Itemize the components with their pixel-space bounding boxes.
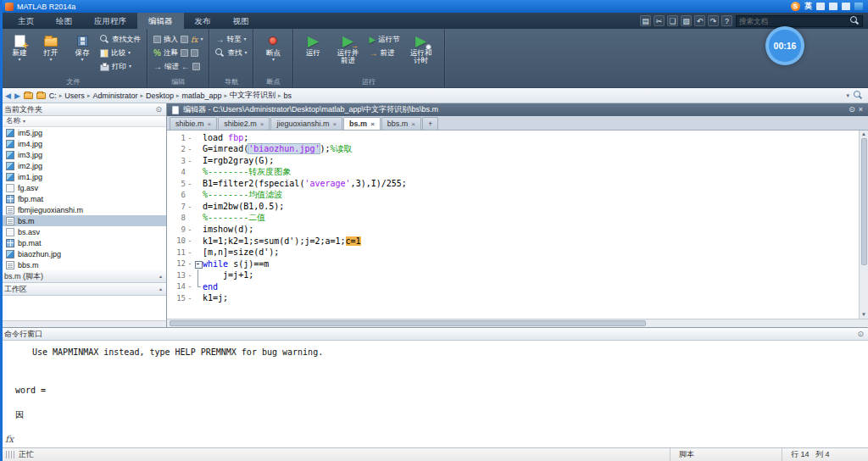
handwriting-icon[interactable] <box>816 3 825 10</box>
file-row[interactable]: bp.mat <box>0 237 166 248</box>
run-and-advance-button[interactable]: ▶→ 运行并前进 <box>331 31 364 76</box>
breakpoint-dash[interactable]: - <box>186 225 194 234</box>
title-bar[interactable]: MATLAB R2014a S 英 <box>0 0 868 13</box>
copy-icon[interactable]: ❏ <box>667 15 678 26</box>
left-panel-scrollbar[interactable] <box>0 320 166 327</box>
insert-button[interactable]: 插入 fx ▾ <box>153 33 203 46</box>
code-text[interactable]: %--------转灰度图象 <box>203 166 291 178</box>
find-files-button[interactable]: 查找文件 <box>100 33 141 46</box>
file-row[interactable]: fbp.mat <box>0 193 166 204</box>
run-button[interactable]: ▶ 运行 <box>299 31 326 76</box>
code-editor[interactable]: 1-load fbp;2-G=imread('biaozhun.jpg');%读… <box>167 131 859 319</box>
tab-close-icon[interactable]: × <box>370 120 375 128</box>
line-number[interactable]: 5 <box>167 180 186 188</box>
scroll-down-ic icon[interactable]: ▼ <box>861 312 866 318</box>
chevron-down-icon[interactable]: ▾ <box>846 93 849 97</box>
line-number[interactable]: 12 <box>167 259 186 268</box>
collapse-icon[interactable]: ▴ <box>159 275 162 279</box>
search-icon[interactable] <box>850 16 860 25</box>
outdent-icon[interactable]: ← <box>181 63 190 71</box>
breakpoint-dash[interactable]: - <box>186 134 194 142</box>
indent-button[interactable]: → 缩进 ← <box>153 60 203 73</box>
compare-button[interactable]: 比较 ▾ <box>100 47 141 59</box>
line-number[interactable]: 3 <box>167 157 186 165</box>
cut-icon[interactable]: ✂ <box>654 15 665 26</box>
code-line[interactable]: 1-load fbp; <box>167 132 859 144</box>
tab-close-icon[interactable]: × <box>260 120 264 128</box>
line-number[interactable]: 13 <box>167 271 186 280</box>
mic-icon[interactable] <box>829 3 837 10</box>
back-button[interactable]: ◀ <box>5 92 11 100</box>
up-folder-icon[interactable] <box>24 92 33 99</box>
scrollbar-thumb[interactable] <box>861 138 867 265</box>
file-row[interactable]: bs.m <box>0 215 166 226</box>
breadcrumb-segment[interactable]: 中文字符识别 <box>230 90 275 101</box>
breakpoint-dash[interactable]: - <box>186 271 194 280</box>
code-line[interactable]: 8%--------二值 <box>167 213 859 225</box>
tab-close-icon[interactable]: × <box>332 120 337 128</box>
tab-plots[interactable]: 绘图 <box>45 13 83 29</box>
insert-cell-icon[interactable] <box>181 36 188 43</box>
horizontal-scrollbar[interactable] <box>167 319 868 327</box>
breakpoint-dash[interactable]: - <box>186 157 194 165</box>
code-text[interactable]: [m,n]=size(d'); <box>203 247 279 257</box>
vertical-scrollbar[interactable]: ▲ ▼ <box>859 131 868 319</box>
new-tab-button[interactable]: + <box>422 117 438 130</box>
line-number[interactable]: 2 <box>167 145 186 153</box>
file-row[interactable]: im3.jpg <box>0 149 166 160</box>
code-line[interactable]: 7-d=im2bw(B1,0.5); <box>167 201 859 213</box>
code-text[interactable]: d=im2bw(B1,0.5); <box>203 202 284 211</box>
tab-publish[interactable]: 发布 <box>184 13 222 29</box>
editor-tab[interactable]: shibie2.m× <box>218 117 270 130</box>
name-column-header[interactable]: 名称 ▾ <box>0 116 166 127</box>
wrap-comment-icon[interactable] <box>191 49 198 57</box>
breadcrumb-segment[interactable]: Desktop <box>146 92 174 100</box>
panel-menu-icon[interactable]: ⊙ <box>155 106 162 114</box>
panel-menu-icon[interactable]: ⊙ <box>849 106 855 114</box>
code-line[interactable]: 2-G=imread('biaozhun.jpg');%读取 <box>167 144 859 156</box>
code-text[interactable]: I=rgb2gray(G); <box>203 156 274 165</box>
line-number[interactable]: 7 <box>167 203 186 211</box>
breadcrumb-segment[interactable]: C: <box>49 92 57 100</box>
doc-search-input[interactable] <box>739 17 849 25</box>
file-row[interactable]: bbs.m <box>0 259 166 270</box>
code-text[interactable]: B1=filter2(fspecial('average',3),I)/255; <box>203 179 407 188</box>
smart-indent-icon[interactable] <box>192 63 200 70</box>
code-text[interactable]: end <box>203 282 218 292</box>
line-number[interactable]: 1 <box>167 134 186 142</box>
editor-tab[interactable]: shibie.m× <box>170 117 217 130</box>
breakpoint-dash[interactable]: - <box>186 248 194 257</box>
breadcrumb-segment[interactable]: Users <box>64 92 85 100</box>
line-number[interactable]: 11 <box>167 248 186 257</box>
code-text[interactable]: %--------均值滤波 <box>203 189 282 201</box>
scroll-up-icon[interactable]: ▲ <box>861 131 866 137</box>
code-area[interactable]: 1-load fbp;2-G=imread('biaozhun.jpg');%读… <box>167 131 868 319</box>
code-line[interactable]: 10-k1=1;k2=1;s=sum(d');j=2;a=1;c=1 <box>167 236 859 247</box>
tab-close-icon[interactable]: × <box>411 120 415 128</box>
file-row[interactable]: bs.asv <box>0 226 166 237</box>
redo-icon[interactable]: ↷ <box>708 15 719 26</box>
save-icon[interactable]: ▤ <box>640 15 651 26</box>
sogou-icon[interactable]: S <box>791 2 800 11</box>
code-text[interactable]: while s(j)==m <box>203 259 269 269</box>
code-line[interactable]: 12-while s(j)==m <box>167 258 859 270</box>
editor-tab[interactable]: bbs.m× <box>381 117 421 130</box>
scrollbar-thumb[interactable] <box>170 320 646 326</box>
uncomment-icon[interactable] <box>181 49 188 57</box>
save-button[interactable]: 保存 ▾ <box>69 31 96 76</box>
line-number[interactable]: 10 <box>167 236 186 245</box>
code-text[interactable]: k1=1;k2=1;s=sum(d');j=2;a=1;c=1 <box>203 236 361 246</box>
ime-language-indicator[interactable]: 英 <box>804 1 812 12</box>
forward-button[interactable]: ▶ <box>14 92 20 100</box>
file-row[interactable]: im5.jpg <box>0 127 166 138</box>
file-row[interactable]: fg.asv <box>0 182 166 193</box>
code-text[interactable]: imshow(d); <box>203 225 253 234</box>
tab-editor[interactable]: 编辑器 <box>137 13 184 29</box>
print-button[interactable]: 打印 ▾ <box>100 60 141 73</box>
editor-tab[interactable]: jieguoxianshi.m× <box>270 117 342 130</box>
breakpoint-dash[interactable]: - <box>186 145 194 153</box>
code-text[interactable]: j=j+1; <box>203 270 253 280</box>
search-icon[interactable] <box>854 91 863 100</box>
breakpoint-dash[interactable]: - <box>186 282 194 291</box>
breakpoint-dash[interactable]: - <box>186 203 194 211</box>
